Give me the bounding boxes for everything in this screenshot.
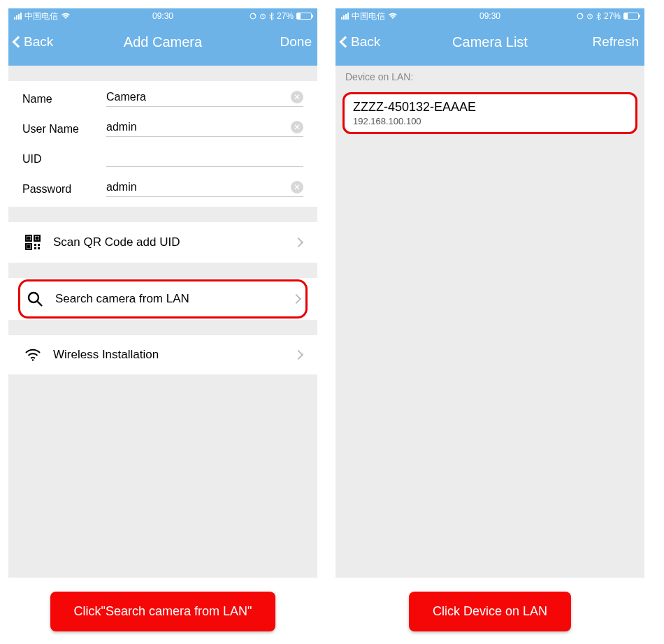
status-bar: 中国电信 09:30 27% — [8, 8, 317, 24]
alarm-icon — [259, 13, 266, 20]
wireless-install-label: Wireless Installation — [53, 348, 295, 362]
back-label: Back — [351, 34, 380, 50]
done-button[interactable]: Done — [212, 34, 312, 50]
section-title: Device on LAN: — [335, 66, 644, 88]
password-input[interactable] — [106, 181, 291, 193]
signal-icon — [341, 13, 349, 20]
clear-username-button[interactable]: ✕ — [291, 121, 303, 133]
password-label: Password — [22, 183, 106, 196]
caption-right: Click Device on LAN — [409, 592, 571, 631]
carrier-label: 中国电信 — [352, 10, 385, 22]
chevron-left-icon — [340, 36, 352, 48]
chevron-right-icon — [294, 237, 303, 247]
nav-bar: Back Add Camera Done — [8, 24, 317, 66]
carrier-label: 中国电信 — [24, 10, 58, 22]
wifi-icon — [61, 13, 71, 20]
back-button[interactable]: Back — [341, 34, 440, 50]
battery-icon — [623, 13, 639, 20]
chevron-left-icon — [13, 36, 24, 48]
device-id-label: ZZZZ-450132-EAAAE — [353, 100, 627, 115]
chevron-right-icon — [291, 294, 301, 304]
svg-rect-11 — [38, 247, 40, 249]
svg-rect-7 — [28, 246, 30, 248]
device-ip-label: 192.168.100.100 — [353, 116, 627, 126]
signal-icon — [14, 13, 22, 20]
svg-rect-9 — [38, 244, 40, 246]
qr-icon — [24, 235, 42, 250]
phone-add-camera: 中国电信 09:30 27% — [8, 8, 317, 578]
svg-rect-10 — [34, 247, 36, 249]
caption-left: Click"Search camera from LAN" — [50, 592, 276, 631]
scan-qr-label: Scan QR Code add UID — [53, 235, 295, 249]
back-label: Back — [24, 34, 53, 50]
location-icon — [577, 13, 584, 20]
svg-rect-3 — [28, 237, 30, 240]
username-label: User Name — [22, 123, 106, 136]
back-button[interactable]: Back — [14, 34, 113, 50]
clear-name-button[interactable]: ✕ — [291, 91, 303, 103]
search-lan-label: Search camera from LAN — [55, 292, 293, 306]
uid-label: UID — [22, 153, 106, 166]
svg-rect-5 — [36, 237, 38, 240]
wifi-icon — [24, 349, 42, 361]
search-lan-row[interactable]: Search camera from LAN — [18, 279, 308, 319]
page-title: Add Camera — [113, 34, 212, 50]
svg-rect-8 — [34, 244, 36, 246]
chevron-right-icon — [294, 350, 303, 360]
phone-camera-list: 中国电信 09:30 27% — [335, 8, 644, 578]
wireless-install-row[interactable]: Wireless Installation — [8, 335, 317, 374]
nav-bar: Back Camera List Refresh — [335, 24, 644, 66]
location-icon — [250, 13, 257, 20]
refresh-button[interactable]: Refresh — [540, 34, 639, 50]
page-title: Camera List — [440, 34, 540, 50]
scan-qr-row[interactable]: Scan QR Code add UID — [8, 222, 317, 263]
username-input[interactable] — [106, 121, 291, 133]
wifi-icon — [388, 13, 398, 20]
search-icon — [26, 291, 44, 307]
svg-point-0 — [250, 13, 256, 19]
clear-password-button[interactable]: ✕ — [291, 181, 303, 193]
svg-point-14 — [32, 359, 34, 360]
uid-input[interactable] — [106, 151, 303, 163]
battery-pct-label: 27% — [277, 11, 294, 21]
battery-icon — [296, 13, 312, 20]
bluetooth-icon — [596, 13, 601, 20]
status-bar: 中国电信 09:30 27% — [335, 8, 644, 24]
alarm-icon — [586, 13, 593, 20]
bluetooth-icon — [269, 13, 274, 20]
name-input[interactable] — [106, 91, 291, 103]
form-block: Name ✕ User Name ✕ UID Pass — [8, 81, 317, 207]
svg-point-12 — [29, 293, 38, 302]
device-list-item[interactable]: ZZZZ-450132-EAAAE 192.168.100.100 — [342, 92, 637, 134]
battery-pct-label: 27% — [604, 11, 621, 21]
name-label: Name — [22, 93, 106, 105]
svg-line-13 — [38, 302, 43, 307]
svg-point-15 — [577, 13, 583, 19]
